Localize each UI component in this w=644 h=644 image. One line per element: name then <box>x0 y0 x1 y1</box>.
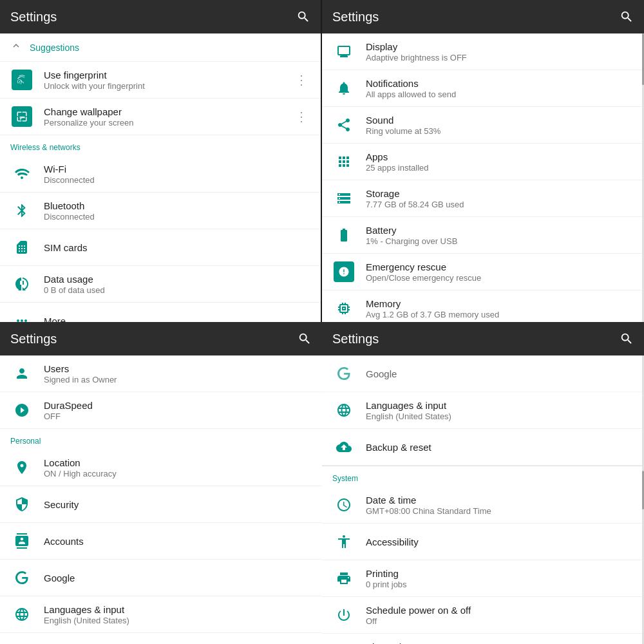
display-title: Display <box>366 41 634 52</box>
location-title: Location <box>44 457 312 468</box>
printing-text: Printing 0 print jobs <box>366 568 634 589</box>
list-item-change-wallpaper[interactable]: Change wallpaper Personalize your screen… <box>0 99 321 135</box>
list-item-about-phone[interactable]: About phone Android 7.1.1 <box>322 634 644 644</box>
wifi-subtitle: Disconnected <box>44 175 310 185</box>
notifications-subtitle: All apps allowed to send <box>366 90 634 99</box>
apps-text: Apps 25 apps installed <box>366 151 634 173</box>
clock-icon <box>336 497 352 513</box>
list-item-sound[interactable]: Sound Ring volume at 53% <box>322 107 644 144</box>
accessibility-title: Accessibility <box>366 536 634 547</box>
list-item-wifi[interactable]: Wi-Fi Disconnected <box>0 156 321 193</box>
power-icon-container <box>332 603 355 627</box>
wallpaper-icon <box>16 111 28 122</box>
google-partial-icon-container <box>332 362 355 385</box>
panel-bottom-right-header: Settings <box>322 322 644 355</box>
list-item-bluetooth[interactable]: Bluetooth Disconnected <box>0 193 321 229</box>
list-item-location[interactable]: Location ON / High accuracy <box>0 450 322 486</box>
duraspeed-title: DuraSpeed <box>44 400 312 411</box>
panel-top-left: Settings Suggestions Use fingerprint Unl… <box>0 0 322 322</box>
list-item-memory[interactable]: Memory Avg 1.2 GB of 3.7 GB memory used <box>322 290 644 322</box>
google-partial-text: Google <box>366 368 634 379</box>
panel-bottom-left-title: Settings <box>10 332 57 346</box>
use-fingerprint-subtitle: Unlock with your fingerprint <box>44 81 292 91</box>
languages-br-subtitle: English (United States) <box>366 412 634 421</box>
list-item-duraspeed[interactable]: DuraSpeed OFF <box>0 392 322 429</box>
apps-title: Apps <box>366 151 634 162</box>
more-dots-icon <box>14 313 30 322</box>
search-icon[interactable] <box>296 10 310 24</box>
panel-top-right-header: Settings <box>322 0 644 33</box>
panel-top-left-header: Settings <box>0 0 321 33</box>
list-item-display[interactable]: Display Adaptive brightness is OFF <box>322 33 644 70</box>
list-item-security[interactable]: Security <box>0 486 322 523</box>
list-item-battery[interactable]: Battery 1% - Charging over USB <box>322 217 644 254</box>
memory-title: Memory <box>366 298 634 309</box>
list-item-notifications[interactable]: Notifications All apps allowed to send <box>322 70 644 107</box>
list-item-printing[interactable]: Printing 0 print jobs <box>322 560 644 597</box>
languages-br-title: Languages & input <box>366 400 634 411</box>
suggestions-header[interactable]: Suggestions <box>0 33 321 62</box>
storage-icon-container <box>332 187 355 210</box>
list-item-data-usage[interactable]: Data usage 0 B of data used <box>0 266 321 303</box>
accounts-text: Accounts <box>44 536 312 547</box>
accounts-title: Accounts <box>44 536 312 547</box>
search-icon-bottom-left[interactable] <box>298 332 312 346</box>
about-phone-text: About phone Android 7.1.1 <box>366 641 634 645</box>
duraspeed-icon <box>14 402 30 418</box>
users-icon <box>14 366 30 381</box>
datetime-subtitle: GMT+08:00 China Standard Time <box>366 506 634 516</box>
change-wallpaper-subtitle: Personalize your screen <box>44 118 292 128</box>
memory-text: Memory Avg 1.2 GB of 3.7 GB memory used <box>366 298 634 319</box>
emergency-title: Emergency rescue <box>366 261 634 272</box>
panel-top-right: Settings Display Adaptive brightness is … <box>322 0 644 322</box>
list-item-languages[interactable]: Languages & input English (United States… <box>0 596 322 633</box>
sim-icon-container <box>10 236 33 259</box>
sound-icon-container <box>332 113 355 137</box>
change-wallpaper-text: Change wallpaper Personalize your screen <box>44 106 292 128</box>
panel-bottom-right-title: Settings <box>332 332 379 346</box>
list-item-datetime[interactable]: Date & time GMT+08:00 China Standard Tim… <box>322 487 644 524</box>
bluetooth-subtitle: Disconnected <box>44 212 310 222</box>
list-item-schedule-power[interactable]: Schedule power on & off Off <box>322 597 644 634</box>
use-fingerprint-more[interactable]: ⋮ <box>292 70 310 90</box>
sim-icon <box>14 240 30 255</box>
list-item-google[interactable]: Google <box>0 560 322 596</box>
list-item-apps[interactable]: Apps 25 apps installed <box>322 144 644 180</box>
list-item-backup[interactable]: Backup & reset <box>0 633 322 644</box>
list-item-users[interactable]: Users Signed in as Owner <box>0 355 322 392</box>
list-item-emergency-rescue[interactable]: Emergency rescue Open/Close emergency re… <box>322 254 644 290</box>
list-item-languages-br[interactable]: Languages & input English (United States… <box>322 392 644 429</box>
apps-subtitle: 25 apps installed <box>366 163 634 173</box>
languages-br-text: Languages & input English (United States… <box>366 400 634 421</box>
search-icon-bottom-right[interactable] <box>620 332 634 346</box>
list-item-more[interactable]: More <box>0 303 321 322</box>
accessibility-icon <box>336 534 352 549</box>
notifications-title: Notifications <box>366 78 634 89</box>
printing-title: Printing <box>366 568 634 579</box>
list-item-storage[interactable]: Storage 7.77 GB of 58.24 GB used <box>322 180 644 217</box>
list-item-sim-cards[interactable]: SIM cards <box>0 229 321 266</box>
location-subtitle: ON / High accuracy <box>44 469 312 478</box>
google-icon-container <box>10 566 33 589</box>
backup-br-icon <box>336 439 352 455</box>
security-icon-container <box>10 493 33 516</box>
list-item-google-partial[interactable]: Google <box>322 355 644 392</box>
more-text: More <box>44 316 310 323</box>
users-icon-container <box>10 362 33 385</box>
bluetooth-text: Bluetooth Disconnected <box>44 200 310 222</box>
suggestions-label: Suggestions <box>30 43 79 53</box>
emergency-text: Emergency rescue Open/Close emergency re… <box>366 261 634 283</box>
bluetooth-title: Bluetooth <box>44 200 310 211</box>
search-icon-right[interactable] <box>620 10 634 24</box>
change-wallpaper-more[interactable]: ⋮ <box>292 106 310 127</box>
list-item-accessibility[interactable]: Accessibility <box>322 524 644 560</box>
wifi-icon-container <box>10 162 33 185</box>
wifi-icon <box>14 166 30 182</box>
google-title: Google <box>44 573 312 583</box>
languages-subtitle: English (United States) <box>44 616 312 625</box>
list-item-accounts[interactable]: Accounts <box>0 523 322 560</box>
fingerprint-icon-container <box>10 68 33 91</box>
list-item-backup-br[interactable]: Backup & reset <box>322 429 644 466</box>
list-item-use-fingerprint[interactable]: Use fingerprint Unlock with your fingerp… <box>0 62 321 99</box>
data-usage-subtitle: 0 B of data used <box>44 285 310 295</box>
